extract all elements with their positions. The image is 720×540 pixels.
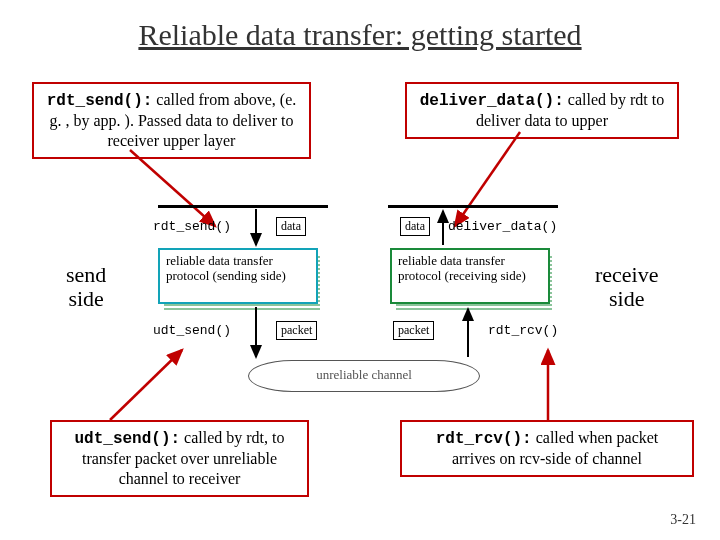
code-rdt-rcv: rdt_rcv(): [436, 430, 532, 448]
code-deliver-data: deliver_data(): [420, 92, 564, 110]
label-send-side-text: sendside [66, 262, 106, 311]
callout-rdt-send: rdt_send(): called from above, (e. g. , … [32, 82, 311, 159]
page-number: 3-21 [670, 512, 696, 528]
figure-arrows [148, 205, 588, 400]
callout-udt-send: udt_send(): called by rdt, to transfer p… [50, 420, 309, 497]
slide-title: Reliable data transfer: getting started [50, 18, 670, 52]
code-rdt-send: rdt_send(): [47, 92, 153, 110]
label-send-side: sendside [66, 263, 106, 311]
label-receive-side: receiveside [595, 263, 659, 311]
label-receive-side-text: receiveside [595, 262, 659, 311]
code-udt-send: udt_send(): [74, 430, 180, 448]
callout-deliver-data: deliver_data(): called by rdt to deliver… [405, 82, 679, 139]
diagram-figure: rdt_send() deliver_data() data data reli… [148, 205, 588, 400]
callout-rdt-rcv: rdt_rcv(): called when packet arrives on… [400, 420, 694, 477]
